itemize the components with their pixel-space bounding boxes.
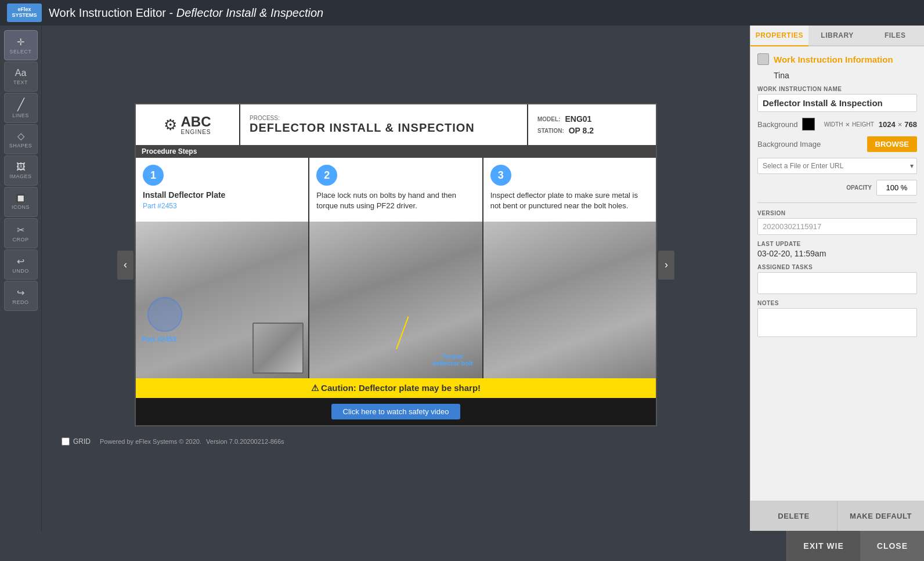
wi-step-1-title: Install Deflector Plate bbox=[143, 190, 301, 200]
wi-step-3-num: 3 bbox=[490, 165, 511, 186]
wi-name-input[interactable] bbox=[757, 94, 917, 112]
wi-process-section: PROCESS: DEFLECTOR INSTALL & INSPECTION bbox=[240, 104, 528, 145]
divider-1 bbox=[757, 202, 917, 203]
wi-step-2-text: 2 Place lock nuts on bolts by hand and t… bbox=[309, 158, 482, 222]
wi-user-name: Tina bbox=[774, 71, 917, 80]
sidebar-btn-redo[interactable]: ↪ REDO bbox=[4, 281, 38, 311]
delete-button[interactable]: DELETE bbox=[750, 501, 838, 531]
app-header: eFlexSYSTEMS Work Instruction Editor - D… bbox=[0, 0, 924, 26]
step1-part-label: Part #2453 bbox=[142, 335, 176, 343]
opacity-label: OPACITY bbox=[846, 184, 872, 191]
wi-step-2-desc: Place lock nuts on bolts by hand and the… bbox=[316, 190, 475, 211]
version-input[interactable] bbox=[757, 218, 917, 235]
last-update-label: LAST UPDATE bbox=[757, 241, 917, 247]
sidebar-btn-images-label: IMAGES bbox=[9, 173, 31, 179]
grid-checkbox[interactable] bbox=[62, 437, 70, 446]
sidebar-btn-icons[interactable]: 🔲 ICONS bbox=[4, 187, 38, 217]
panel-footer: DELETE MAKE DEFAULT bbox=[750, 501, 924, 531]
arrow-left-button[interactable]: ‹ bbox=[117, 251, 133, 280]
last-update-value: 03-02-20, 11:59am bbox=[757, 249, 917, 258]
bg-image-label: Background Image bbox=[757, 140, 821, 149]
tab-properties[interactable]: PROPERTIES bbox=[750, 26, 808, 46]
wi-header: ⚙ ABC ENGINES PROCESS: DEFLECTOR INSTALL… bbox=[136, 104, 656, 145]
sidebar-btn-shapes[interactable]: ◇ SHAPES bbox=[4, 124, 38, 154]
wi-procedure-header: Procedure Steps bbox=[136, 145, 656, 158]
opacity-row: OPACITY bbox=[757, 180, 917, 196]
sidebar-btn-lines-label: LINES bbox=[12, 113, 29, 118]
select-url-row: ▾ bbox=[757, 158, 917, 174]
wi-caution-text: ⚠ Caution: Deflector plate may be sharp! bbox=[311, 383, 481, 393]
wi-step-3: 3 Inspect deflector plate to make sure m… bbox=[483, 158, 656, 378]
wi-process-label: PROCESS: bbox=[250, 115, 518, 121]
icons-icon: 🔲 bbox=[16, 194, 26, 203]
wi-step-2: 2 Place lock nuts on bolts by hand and t… bbox=[309, 158, 483, 378]
notes-input[interactable] bbox=[757, 308, 917, 337]
assigned-tasks-label: ASSIGNED TASKS bbox=[757, 264, 917, 270]
wi-process-name: DEFLECTOR INSTALL & INSPECTION bbox=[250, 121, 518, 135]
wi-station-row: STATION: OP 8.2 bbox=[537, 126, 647, 135]
bg-color-swatch[interactable] bbox=[802, 118, 815, 131]
notes-label: NOTES bbox=[757, 300, 917, 306]
wi-video-button[interactable]: Click here to watch safety video bbox=[331, 404, 461, 419]
sidebar-btn-images[interactable]: 🖼 IMAGES bbox=[4, 155, 38, 186]
canvas-area: ‹ › ⚙ ABC ENGINES PRO bbox=[42, 26, 750, 531]
wi-info-folder-icon bbox=[757, 53, 769, 65]
dimensions-values: 1024 × 768 bbox=[879, 120, 917, 129]
wi-step-2-num: 2 bbox=[316, 165, 337, 186]
lines-icon: ╱ bbox=[17, 97, 24, 111]
sidebar-btn-shapes-label: SHAPES bbox=[9, 143, 33, 149]
sidebar-btn-text-label: TEXT bbox=[13, 79, 28, 85]
wi-canvas: ⚙ ABC ENGINES PROCESS: DEFLECTOR INSTALL… bbox=[135, 103, 657, 426]
step2-annotation: Torque deflector bolt bbox=[432, 353, 473, 367]
header-title-static: Work Instruction Editor - bbox=[49, 6, 176, 19]
wi-station-label: STATION: bbox=[537, 128, 564, 134]
wi-station-value: OP 8.2 bbox=[569, 126, 594, 135]
notes-group: NOTES bbox=[757, 300, 917, 339]
panel-content: Work Instruction Information Tina WORK I… bbox=[750, 46, 924, 501]
sidebar-btn-select[interactable]: ✛ SELECT bbox=[4, 30, 38, 60]
assigned-tasks-input[interactable] bbox=[757, 272, 917, 294]
wi-name-label: WORK INSTRUCTION NAME bbox=[757, 86, 917, 92]
sidebar-btn-crop[interactable]: ✂ CROP bbox=[4, 218, 38, 248]
sidebar-btn-text[interactable]: Aa TEXT bbox=[4, 61, 38, 92]
wi-info-header: Work Instruction Information bbox=[757, 53, 917, 65]
wi-step-1-num: 1 bbox=[143, 165, 164, 186]
dim-separator-1: × bbox=[845, 120, 850, 129]
browse-button[interactable]: BROWSE bbox=[867, 136, 918, 152]
wi-step-1-image: Part #2453 bbox=[136, 222, 308, 378]
text-icon: Aa bbox=[15, 68, 27, 78]
sidebar-btn-lines[interactable]: ╱ LINES bbox=[4, 93, 38, 123]
bg-image-row: Background Image BROWSE bbox=[757, 136, 917, 152]
background-row: Background WIDTH × HEIGHT 1024 × 768 bbox=[757, 118, 917, 131]
select-url-input[interactable] bbox=[757, 158, 917, 174]
wi-model-value: ENG01 bbox=[565, 114, 591, 124]
grid-toggle-area[interactable]: GRID bbox=[62, 437, 91, 446]
canvas-wrapper: ‹ › ⚙ ABC ENGINES PRO bbox=[135, 103, 657, 426]
width-value: 1024 bbox=[879, 120, 896, 129]
wi-model-label: MODEL: bbox=[537, 116, 560, 122]
arrow-right-button[interactable]: › bbox=[658, 251, 674, 280]
footer-version: Version 7.0.20200212-866s bbox=[206, 438, 284, 445]
wi-step-3-image bbox=[483, 222, 656, 378]
undo-icon: ↩ bbox=[17, 256, 24, 267]
height-value: 768 bbox=[904, 120, 917, 129]
wi-procedure-header-text: Procedure Steps bbox=[142, 147, 197, 155]
shapes-icon: ◇ bbox=[17, 131, 24, 142]
tab-library[interactable]: LIBRARY bbox=[808, 26, 867, 45]
right-panel-tabs: PROPERTIES LIBRARY FILES bbox=[750, 26, 924, 46]
sidebar-btn-undo[interactable]: ↩ UNDO bbox=[4, 249, 38, 280]
make-default-button[interactable]: MAKE DEFAULT bbox=[838, 501, 924, 531]
close-button[interactable]: CLOSE bbox=[860, 531, 924, 561]
canvas-footer: GRID Powered by eFlex Systems © 2020. Ve… bbox=[48, 430, 744, 453]
wi-steps: 1 Install Deflector Plate Part #2453 Par… bbox=[136, 158, 656, 378]
wi-caution-bar: ⚠ Caution: Deflector plate may be sharp! bbox=[136, 378, 656, 398]
exit-wie-button[interactable]: EXIT WIE bbox=[786, 531, 860, 561]
version-label: VERSION bbox=[757, 210, 917, 216]
tab-files[interactable]: FILES bbox=[866, 26, 924, 45]
wi-video-section: Click here to watch safety video bbox=[136, 398, 656, 425]
sidebar-btn-redo-label: REDO bbox=[12, 299, 28, 305]
main-layout: ✛ SELECT Aa TEXT ╱ LINES ◇ SHAPES 🖼 IMAG… bbox=[0, 26, 924, 531]
wi-step-1-part: Part #2453 bbox=[143, 202, 301, 210]
opacity-input[interactable] bbox=[876, 180, 917, 196]
logo-text: eFlexSYSTEMS bbox=[12, 7, 37, 19]
